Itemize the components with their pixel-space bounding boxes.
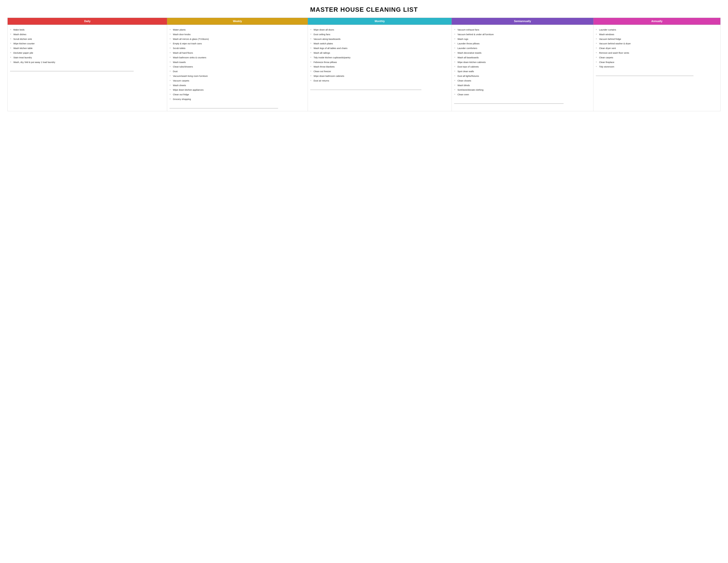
list-item: Sort/store/donate clothing xyxy=(454,88,591,92)
list-annually: Launder curtainsWash windowsVacuum behin… xyxy=(596,27,718,69)
list-item: Wash towels xyxy=(170,60,305,65)
list-item: Wipe kitchen counter xyxy=(10,41,165,46)
list-item: Clean dryer vent xyxy=(596,46,718,51)
list-item: Clean out fridge xyxy=(170,92,305,97)
cleaning-table: DailyWeeklyMonthlySemiannuallyAnnually M… xyxy=(8,18,720,111)
list-item: Clean out freezer xyxy=(310,69,449,74)
list-item: Water plants xyxy=(170,27,305,32)
header-semiannually: Semiannually xyxy=(452,18,593,25)
column-daily: Make bedsWash dishesScrub kitchen sinkWi… xyxy=(8,25,167,111)
list-item: Grocery shopping xyxy=(170,97,305,102)
list-monthly: Wipe down all doorsDust ceiling fansVacu… xyxy=(310,27,449,83)
header-monthly: Monthly xyxy=(308,18,452,25)
list-daily: Make bedsWash dishesScrub kitchen sinkWi… xyxy=(10,27,165,64)
column-semiannually: Vacuum exhaust fansVacuum behind & under… xyxy=(452,25,593,111)
list-item: Vacuum exhaust fans xyxy=(454,27,591,32)
list-item: Wash switch plates xyxy=(310,41,449,46)
list-item: Vacuum/wash living room furniture xyxy=(170,74,305,78)
list-item: Wipe down bathroom cabinets xyxy=(310,74,449,78)
column-monthly: Wipe down all doorsDust ceiling fansVacu… xyxy=(308,25,452,111)
list-item: Make beds xyxy=(10,27,165,32)
list-item: Declutter paper pile xyxy=(10,51,165,55)
list-item: Wipe down kitchen appliances xyxy=(170,88,305,92)
list-item: Scrub kitchen sink xyxy=(10,37,165,41)
list-item: Wipe down all doors xyxy=(310,27,449,32)
list-item: Vacuum along baseboards xyxy=(310,37,449,41)
list-weekly: Water plantsWash door knobsWash all mirr… xyxy=(170,27,305,102)
list-item: Wash throw blankets xyxy=(310,64,449,69)
list-item: Clean tubs/showers xyxy=(170,64,305,69)
list-item: Stain treat laundry xyxy=(10,55,165,60)
list-item: Wash all baseboards xyxy=(454,55,591,60)
list-item: Vacuum carpets xyxy=(170,78,305,83)
list-item: Wash sheets xyxy=(170,83,305,88)
list-item: Clean fireplace xyxy=(596,60,718,65)
list-item: Wash legs of all tables and chairs xyxy=(310,46,449,51)
list-item: Dust air returns xyxy=(310,78,449,83)
list-item: Vacuum behind & under all furniture xyxy=(454,32,591,37)
list-item: Launder comforters xyxy=(454,46,591,51)
header-daily: Daily xyxy=(8,18,167,25)
list-item: Wash all mirrors & glass (TV/doors) xyxy=(170,37,305,41)
column-footer-line xyxy=(170,108,278,108)
list-item: Wipe down kitchen cabinets xyxy=(454,60,591,65)
list-item: Wash all railings xyxy=(310,51,449,55)
list-item: Vacuum behind fridge xyxy=(596,37,718,41)
column-annually: Launder curtainsWash windowsVacuum behin… xyxy=(593,25,720,111)
list-item: Dust ceiling fans xyxy=(310,32,449,37)
column-footer-line xyxy=(454,103,563,104)
list-item: Wash kitchen table xyxy=(10,46,165,51)
list-item: Remove and wash floor vents xyxy=(596,51,718,55)
list-item: Spot clean walls xyxy=(454,69,591,74)
list-item: Wash windows xyxy=(596,32,718,37)
list-item: Wash decorative towels xyxy=(454,51,591,55)
list-item: Empty & wipe out trash cans xyxy=(170,41,305,46)
list-item: Dust all lights/fixtures xyxy=(454,74,591,78)
list-item: Launder curtains xyxy=(596,27,718,32)
column-weekly: Water plantsWash door knobsWash all mirr… xyxy=(167,25,308,111)
list-item: Wash door knobs xyxy=(170,32,305,37)
list-item: Clean oven xyxy=(454,92,591,97)
list-item: Wash all hard floors xyxy=(170,51,305,55)
list-item: Wash, dry, fold & put away 1 load laundr… xyxy=(10,60,165,65)
list-item: Launder throw pillows xyxy=(454,41,591,46)
list-item: Wash blinds xyxy=(454,83,591,88)
list-item: Wash dishes xyxy=(10,32,165,37)
column-footer-line xyxy=(596,76,694,76)
list-item: Clean carpets xyxy=(596,55,718,60)
list-item: Vacuum behind washer & dryer xyxy=(596,41,718,46)
header-annually: Annually xyxy=(593,18,720,25)
list-item: Dust tops of cabinets xyxy=(454,64,591,69)
list-item: Tidy inside kitchen cupboards/pantry xyxy=(310,55,449,60)
list-item: Scrub toilets xyxy=(170,46,305,51)
list-item: Febreeze throw pillows xyxy=(310,60,449,65)
list-semiannually: Vacuum exhaust fansVacuum behind & under… xyxy=(454,27,591,97)
list-item: Tidy storeroom xyxy=(596,64,718,69)
list-item: Wash bathroom sinks & counters xyxy=(170,55,305,60)
column-footer-line xyxy=(10,71,134,71)
page-title: MASTER HOUSE CLEANING LIST xyxy=(8,6,720,13)
list-item: Clean closets xyxy=(454,78,591,83)
header-weekly: Weekly xyxy=(167,18,308,25)
list-item: Wash rugs xyxy=(454,37,591,41)
list-item: Dust xyxy=(170,69,305,74)
